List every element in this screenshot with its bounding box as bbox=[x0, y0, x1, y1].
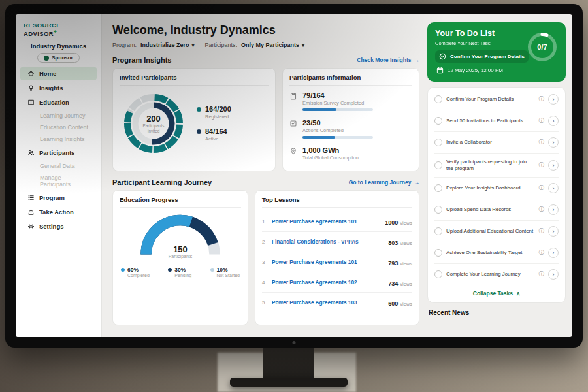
chevron-right-icon[interactable]: › bbox=[548, 183, 559, 193]
collapse-tasks-button[interactable]: Collapse Tasks ∧ bbox=[434, 285, 559, 301]
lesson-views: 600views bbox=[388, 297, 412, 308]
logo-resource: RESOURCE bbox=[24, 22, 61, 29]
task-row[interactable]: Upload Spend Data Records ⓘ › bbox=[434, 199, 559, 221]
monitor-stand-base bbox=[230, 378, 348, 387]
task-label: Send 50 Invitations to Participants bbox=[446, 118, 535, 124]
task-checkbox[interactable] bbox=[434, 249, 442, 257]
task-label: Explore Your Insights Dashboard bbox=[446, 185, 535, 191]
education-progress-card: Education Progress 150 Participants bbox=[112, 190, 248, 325]
gear-icon bbox=[27, 223, 35, 230]
todo-task-list: Confirm Your Program Details ⓘ › Send 50… bbox=[427, 87, 566, 303]
views-label: views bbox=[400, 301, 412, 307]
legend-active: 84/164 Active bbox=[197, 127, 231, 142]
chevron-up-icon: ∧ bbox=[516, 290, 520, 297]
task-row[interactable]: Invite a Collaborator ⓘ › bbox=[434, 132, 559, 154]
task-row[interactable]: Achieve One Sustainability Target ⓘ › bbox=[434, 242, 559, 264]
arrow-right-icon: → bbox=[414, 57, 420, 63]
task-checkbox[interactable] bbox=[434, 139, 442, 146]
chevron-right-icon[interactable]: › bbox=[548, 160, 559, 171]
card-title: Participants Information bbox=[289, 74, 412, 86]
chevron-right-icon[interactable]: › bbox=[548, 116, 559, 126]
chevron-right-icon[interactable]: › bbox=[548, 226, 559, 237]
chevron-right-icon[interactable]: › bbox=[548, 137, 559, 148]
task-row[interactable]: Verify participants requesting to join t… bbox=[434, 154, 559, 178]
participants-select[interactable]: Only My Participants ▾ bbox=[241, 42, 304, 48]
views-count: 734 bbox=[388, 280, 398, 287]
sidebar-item-home[interactable]: Home bbox=[20, 67, 97, 80]
sidebar-item-program[interactable]: Program bbox=[20, 191, 97, 204]
gauge-center-label: Participants bbox=[137, 254, 223, 259]
legend-completed: 60% Completed bbox=[121, 267, 150, 278]
task-label: Complete Your Learning Journey bbox=[446, 271, 535, 278]
info-icon: ⓘ bbox=[539, 206, 545, 214]
monitor-stand-neck bbox=[263, 346, 314, 379]
sidebar-item-take-action[interactable]: Take Action bbox=[20, 205, 97, 219]
due-date-label: 12 May 2025, 12:00 PM bbox=[448, 67, 503, 73]
lesson-row: 3 Power Purchase Agreements 101 793views bbox=[262, 252, 412, 272]
sidebar-item-settings[interactable]: Settings bbox=[20, 220, 97, 233]
task-label: Invite a Collaborator bbox=[446, 139, 535, 146]
chevron-right-icon[interactable]: › bbox=[548, 204, 559, 215]
nav-label: Program bbox=[39, 194, 65, 201]
task-row[interactable]: Explore Your Insights Dashboard ⓘ › bbox=[434, 178, 559, 199]
stat-value: 1,000 GWh bbox=[302, 146, 359, 154]
info-row-actions: 23/50 Actions Completed bbox=[289, 119, 412, 139]
gauge-center-value: 150 bbox=[137, 244, 223, 254]
task-checkbox[interactable] bbox=[434, 227, 442, 235]
check-more-insights-link[interactable]: Check More Insights → bbox=[357, 57, 419, 63]
lesson-link[interactable]: Power Purchase Agreements 102 bbox=[272, 279, 384, 286]
page-title: Welcome, Industry Dynamics bbox=[112, 24, 419, 37]
go-to-learning-journey-link[interactable]: Go to Learning Journey → bbox=[349, 179, 419, 186]
lesson-index: 4 bbox=[262, 280, 267, 286]
next-task-row[interactable]: Confirm Your Program Details bbox=[435, 50, 529, 63]
chevron-right-icon[interactable]: › bbox=[548, 94, 559, 105]
sidebar-item-learning-insights[interactable]: Learning Insights bbox=[20, 133, 97, 145]
sponsor-badge[interactable]: Sponsor bbox=[37, 53, 79, 63]
sidebar-item-manage-participants[interactable]: Manage Participants bbox=[20, 172, 97, 190]
lesson-link[interactable]: Power Purchase Agreements 103 bbox=[272, 299, 384, 306]
learning-cards-row: Education Progress 150 Participants bbox=[112, 190, 419, 325]
chevron-down-icon: ▾ bbox=[192, 42, 195, 48]
actions-progress-bar bbox=[302, 136, 373, 139]
recent-news-title: Recent News bbox=[429, 309, 566, 316]
list-icon bbox=[27, 194, 35, 201]
info-row-consumption: 1,000 GWh Total Global Consumption bbox=[289, 146, 412, 161]
sidebar-item-insights[interactable]: Insights bbox=[20, 81, 97, 95]
lesson-link[interactable]: Power Purchase Agreements 101 bbox=[272, 218, 380, 225]
task-checkbox[interactable] bbox=[434, 117, 442, 125]
info-icon: ⓘ bbox=[539, 270, 545, 278]
task-row[interactable]: Upload Additional Educational Content ⓘ … bbox=[434, 221, 559, 242]
todo-panel: Your To Do List Complete Your Next Task:… bbox=[427, 14, 572, 337]
task-row[interactable]: Complete Your Learning Journey ⓘ › bbox=[434, 264, 559, 285]
sidebar-item-participants[interactable]: Participants bbox=[20, 146, 97, 159]
program-insights-header: Program Insights Check More Insights → bbox=[112, 56, 419, 64]
sidebar-item-education[interactable]: Education bbox=[20, 95, 97, 109]
chevron-right-icon[interactable]: › bbox=[548, 269, 559, 280]
room-background: RESOURCE ADVISOR+ Industry Dynamics Spon… bbox=[0, 0, 588, 392]
task-checkbox[interactable] bbox=[434, 184, 442, 192]
task-row[interactable]: Send 50 Invitations to Participants ⓘ › bbox=[434, 110, 559, 132]
lesson-row: 1 Power Purchase Agreements 101 1000view… bbox=[262, 212, 412, 232]
task-checkbox[interactable] bbox=[434, 95, 442, 103]
collapse-label: Collapse Tasks bbox=[473, 290, 513, 297]
task-checkbox[interactable] bbox=[434, 270, 442, 278]
task-checkbox[interactable] bbox=[434, 206, 442, 214]
info-icon: ⓘ bbox=[539, 227, 545, 235]
chevron-right-icon[interactable]: › bbox=[548, 248, 559, 258]
legend-label: Completed bbox=[127, 273, 150, 278]
task-checkbox[interactable] bbox=[434, 161, 442, 169]
sidebar-item-education-content[interactable]: Education Content bbox=[20, 122, 97, 133]
program-select[interactable]: Industrialize Zero ▾ bbox=[140, 42, 195, 48]
check-circle-icon bbox=[439, 53, 446, 60]
task-row[interactable]: Confirm Your Program Details ⓘ › bbox=[434, 89, 559, 110]
dashboard-screen: RESOURCE ADVISOR+ Industry Dynamics Spon… bbox=[16, 14, 572, 337]
lesson-views: 803views bbox=[388, 236, 412, 248]
lesson-link[interactable]: Financial Considerations - VPPAs bbox=[272, 238, 384, 245]
participants-select-value: Only My Participants bbox=[241, 42, 299, 48]
legend-not-started: 10% Not Started bbox=[210, 267, 240, 278]
sidebar-item-general-data[interactable]: General Data bbox=[20, 160, 97, 172]
lesson-index: 3 bbox=[262, 259, 267, 265]
sidebar-item-learning-journey[interactable]: Learning Journey bbox=[20, 110, 97, 122]
section-title: Participant Learning Journey bbox=[112, 178, 212, 186]
lesson-link[interactable]: Power Purchase Agreements 101 bbox=[272, 259, 384, 265]
